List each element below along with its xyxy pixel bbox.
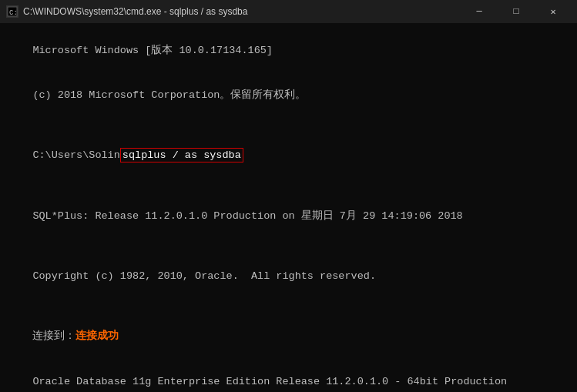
- connected-status: 连接成功: [75, 330, 119, 342]
- line-sqlplus-cmd: C:\Users\Solinsqlplus / as sysdba: [8, 133, 569, 179]
- line-sqlplus-version: SQL*Plus: Release 11.2.0.1.0 Production …: [8, 193, 569, 239]
- maximize-button[interactable]: □: [498, 0, 534, 23]
- line-oracle-db: Oracle Database 11g Enterprise Edition R…: [8, 359, 569, 392]
- sqlplus-command-highlight: sqlplus / as sysdba: [120, 148, 243, 162]
- terminal-body: Microsoft Windows [版本 10.0.17134.165] (c…: [0, 23, 577, 392]
- line-win-version: Microsoft Windows [版本 10.0.17134.165]: [8, 28, 569, 73]
- line-connected: 连接到：连接成功: [8, 313, 569, 359]
- connected-prefix: 连接到：: [32, 330, 75, 342]
- minimize-button[interactable]: ─: [461, 0, 497, 23]
- close-button[interactable]: ✕: [535, 0, 571, 23]
- empty-4: [8, 299, 569, 314]
- empty-3: [8, 239, 569, 254]
- prompt-prefix: C:\Users\Solin: [32, 149, 119, 161]
- empty-2: [8, 179, 569, 194]
- window-controls[interactable]: ─ □ ✕: [461, 0, 571, 23]
- window-title: C:\WINDOWS\system32\cmd.exe - sqlplus / …: [23, 6, 247, 17]
- line-copyright-oracle: Copyright (c) 1982, 2010, Oracle. All ri…: [8, 253, 569, 299]
- cmd-icon: C:: [6, 5, 18, 18]
- titlebar: C: C:\WINDOWS\system32\cmd.exe - sqlplus…: [0, 0, 577, 23]
- svg-text:C:: C:: [9, 9, 18, 17]
- line-copyright-ms: (c) 2018 Microsoft Corporation。保留所有权利。: [8, 73, 569, 119]
- titlebar-left: C: C:\WINDOWS\system32\cmd.exe - sqlplus…: [6, 5, 247, 18]
- empty-1: [8, 118, 569, 133]
